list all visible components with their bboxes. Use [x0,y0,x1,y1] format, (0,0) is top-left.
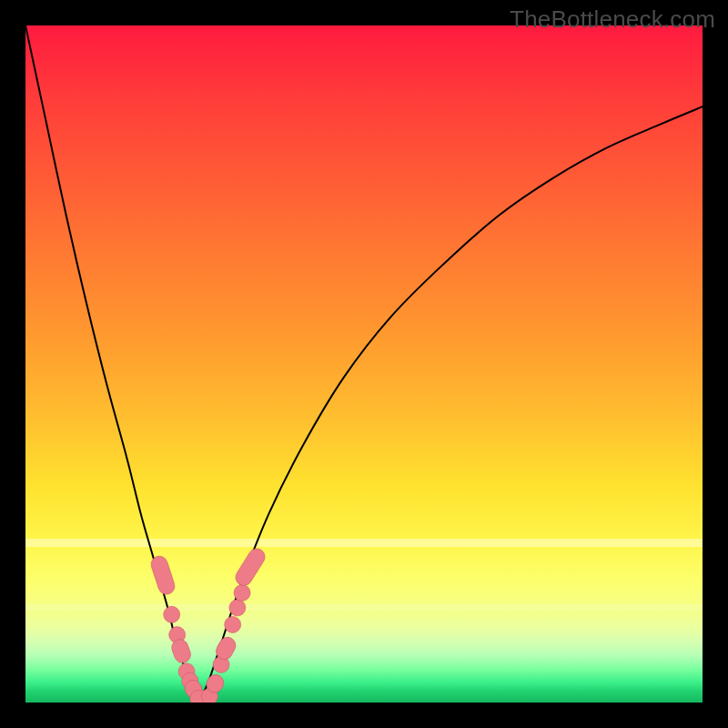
watermark-text: TheBottleneck.com [510,5,715,34]
marker-14 [234,584,250,601]
marker-5 [182,672,198,689]
marker-6 [182,677,205,701]
gradient-band-lower [25,604,703,611]
marker-3 [169,637,193,665]
marker-0 [149,554,177,597]
curve-layer [25,25,703,703]
marker-11 [213,634,238,662]
marker-13 [229,600,246,616]
marker-9 [204,672,227,695]
gradient-band-upper [25,539,703,547]
marker-7 [190,691,210,703]
marker-4 [178,663,195,680]
chart-frame: TheBottleneck.com [0,0,728,728]
plot-area [25,25,703,703]
curve-left-branch [25,25,200,699]
marker-15 [233,546,268,589]
marker-1 [164,606,180,622]
marker-12 [225,616,241,632]
marker-8 [201,688,217,703]
marker-2 [169,627,186,643]
curve-right-branch [200,106,703,698]
marker-10 [213,656,229,672]
